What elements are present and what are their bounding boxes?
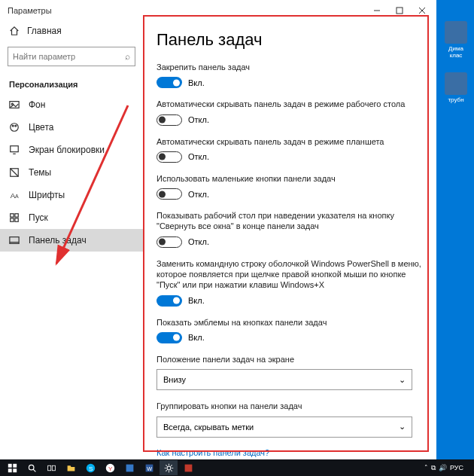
sidebar-item-colors[interactable]: Цвета	[0, 116, 143, 139]
start-button[interactable]	[3, 460, 21, 475]
svg-rect-16	[11, 218, 14, 221]
toggle-switch[interactable]	[156, 151, 182, 163]
svg-rect-22	[13, 463, 17, 467]
sidebar-item-taskbar[interactable]: Панель задач	[0, 229, 143, 252]
sidebar-item-fonts[interactable]: AA Шрифты	[0, 184, 143, 206]
svg-rect-17	[15, 218, 18, 221]
svg-rect-33	[126, 464, 133, 471]
toggle-state: Откл.	[188, 237, 209, 246]
svg-line-26	[33, 469, 35, 471]
chevron-down-icon: ⌄	[399, 375, 406, 385]
group-select[interactable]: Всегда, скрывать метки ⌄	[156, 416, 412, 438]
settings-taskbar-button[interactable]	[160, 460, 178, 475]
app-button[interactable]	[120, 460, 138, 475]
setting-label: Заменить командную строку оболочкой Wind…	[156, 258, 423, 291]
toggle-setting: Показывать рабочий стол при наведении ук…	[156, 210, 423, 248]
tray-lang[interactable]: РУС	[450, 464, 463, 471]
yandex-button[interactable]: Y	[101, 460, 119, 475]
sidebar-item-themes[interactable]: Темы	[0, 161, 143, 184]
home-label: Главная	[27, 26, 62, 36]
sidebar-item-lockscreen[interactable]: Экран блокировки	[0, 139, 143, 161]
toggle-state: Откл.	[188, 152, 209, 161]
svg-point-25	[29, 465, 34, 470]
setting-label: Показывать рабочий стол при наведении ук…	[156, 210, 423, 232]
select-value: Всегда, скрывать метки	[163, 423, 254, 432]
sidebar: Главная ⌕ Персонализация Фон Цвета Экран…	[0, 21, 143, 459]
toggle-setting: Заменить командную строку оболочкой Wind…	[156, 258, 423, 307]
toggle-switch[interactable]	[156, 77, 182, 88]
sidebar-item-start[interactable]: Пуск	[0, 206, 143, 229]
folder-icon	[445, 72, 467, 95]
setting-label: Закрепить панель задач	[156, 62, 423, 72]
search-input-wrap[interactable]: ⌕	[8, 47, 135, 66]
select-value: Внизу	[163, 375, 186, 384]
svg-rect-9	[11, 146, 19, 152]
svg-rect-27	[47, 465, 50, 471]
window-title: Параметры	[3, 6, 52, 15]
palette-icon	[9, 122, 20, 133]
toggle-setting: Показать эмблемы на кнопках панели задач…	[156, 317, 423, 343]
tray-volume-icon[interactable]: 🔊	[439, 464, 447, 471]
picture-icon	[9, 99, 20, 110]
group-setting: Группировать кнопки на панели задач Всег…	[156, 401, 423, 437]
search-button[interactable]	[23, 460, 41, 475]
word-button[interactable]: W	[140, 460, 158, 475]
setting-label: Группировать кнопки на панели задач	[156, 401, 423, 411]
svg-point-7	[12, 125, 14, 127]
svg-rect-1	[397, 8, 403, 14]
sidebar-item-label: Фон	[29, 99, 45, 110]
tray-chevron-icon[interactable]: ˄	[424, 464, 428, 471]
desktop-icon[interactable]: трубн	[442, 72, 469, 103]
toggle-state: Вкл.	[188, 333, 205, 342]
settings-window: Параметры Главная ⌕ Персонализация Фон	[0, 0, 436, 459]
home-icon	[9, 26, 20, 36]
svg-text:Y: Y	[108, 465, 113, 471]
toggle-switch[interactable]	[156, 188, 182, 200]
skype-button[interactable]: S	[81, 460, 99, 475]
taskbar: S Y W ˄ ⧉ 🔊 РУС	[0, 459, 474, 476]
toggle-switch[interactable]	[156, 236, 182, 248]
fonts-icon: AA	[9, 190, 20, 200]
svg-text:A: A	[15, 194, 19, 199]
svg-rect-21	[8, 463, 11, 467]
sidebar-item-background[interactable]: Фон	[0, 93, 143, 116]
maximize-button[interactable]	[388, 2, 411, 20]
toggle-state: Вкл.	[188, 78, 205, 87]
toggle-state: Откл.	[188, 190, 209, 199]
window-controls	[366, 2, 433, 20]
system-tray[interactable]: ˄ ⧉ 🔊 РУС	[424, 464, 471, 472]
svg-point-8	[15, 125, 17, 127]
sidebar-item-label: Панель задач	[29, 235, 87, 246]
toggle-setting: Использовать маленькие кнопки панели зад…	[156, 173, 423, 200]
search-icon: ⌕	[125, 51, 130, 62]
sidebar-item-label: Шрифты	[29, 190, 65, 200]
toggle-setting: Закрепить панель задачВкл.	[156, 62, 423, 88]
position-select[interactable]: Внизу ⌄	[156, 369, 412, 390]
svg-point-6	[11, 124, 19, 132]
setting-label: Автоматически скрывать панель задач в ре…	[156, 136, 423, 147]
taskview-button[interactable]	[42, 460, 60, 475]
lockscreen-icon	[9, 145, 20, 155]
content-pane[interactable]: Панель задач Закрепить панель задачВкл.А…	[143, 21, 436, 459]
toggle-switch[interactable]	[156, 114, 182, 126]
close-button[interactable]	[411, 2, 433, 20]
help-link[interactable]: Как настроить панели задач?	[156, 448, 423, 457]
page-title: Панель задач	[156, 30, 423, 50]
app-button-2[interactable]	[179, 460, 197, 475]
tray-network-icon[interactable]: ⧉	[431, 464, 436, 472]
desktop-icons: Дима клас трубн	[442, 21, 469, 103]
minimize-button[interactable]	[366, 2, 388, 20]
svg-rect-24	[13, 468, 17, 472]
home-button[interactable]: Главная	[0, 21, 143, 41]
sidebar-item-label: Экран блокировки	[29, 145, 105, 155]
toggle-state: Откл.	[188, 115, 209, 124]
svg-point-5	[11, 103, 13, 105]
desktop-icon[interactable]: Дима клас	[442, 21, 469, 59]
toggle-switch[interactable]	[156, 332, 182, 343]
toggle-switch[interactable]	[156, 295, 182, 307]
position-setting: Положение панели задач на экране Внизу ⌄	[156, 354, 423, 390]
search-input[interactable]	[13, 52, 125, 61]
sidebar-item-label: Цвета	[29, 122, 53, 133]
toggle-state: Вкл.	[188, 296, 205, 305]
explorer-button[interactable]	[62, 460, 80, 475]
